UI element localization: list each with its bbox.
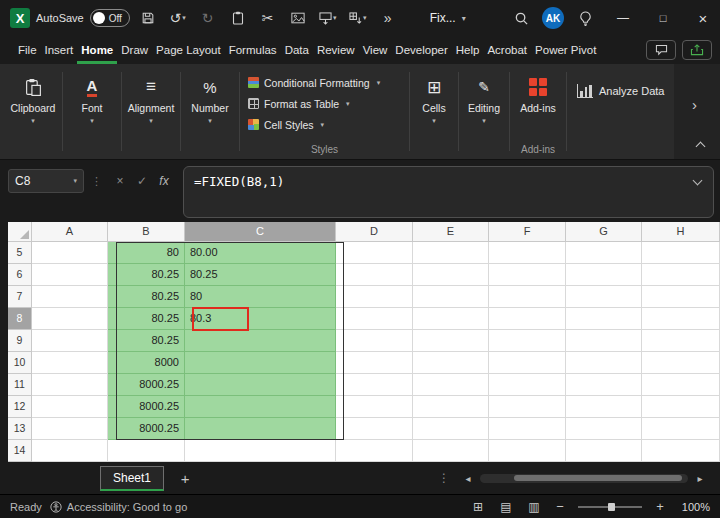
cell-B5[interactable]: 80 bbox=[108, 242, 185, 264]
ribbon-group-alignment[interactable]: ≡ Alignment ▾ bbox=[124, 64, 178, 159]
zoom-in-button[interactable]: + bbox=[652, 499, 668, 514]
cell-B10[interactable]: 8000 bbox=[108, 352, 185, 374]
column-header-A[interactable]: A bbox=[32, 222, 108, 242]
accessibility-status[interactable]: Accessibility: Good to go bbox=[50, 501, 187, 513]
column-header-F[interactable]: F bbox=[489, 222, 566, 242]
undo-button[interactable]: ↺▾ bbox=[166, 4, 190, 32]
cell-C6[interactable]: 80.25 bbox=[185, 264, 336, 286]
cell-D13[interactable] bbox=[336, 418, 413, 440]
paste-special-button[interactable]: ▾ bbox=[346, 4, 370, 32]
cancel-entry-button[interactable]: × bbox=[109, 169, 131, 193]
excel-logo-icon[interactable]: X bbox=[10, 8, 30, 28]
cell-A5[interactable] bbox=[32, 242, 108, 264]
formula-input[interactable]: =FIXED(B8,1) bbox=[183, 166, 714, 218]
view-normal-button[interactable]: ⊞ bbox=[468, 500, 488, 514]
cell-H11[interactable] bbox=[642, 374, 720, 396]
column-header-G[interactable]: G bbox=[566, 222, 642, 242]
row-header-10[interactable]: 10 bbox=[8, 352, 32, 374]
cell-C13[interactable] bbox=[185, 418, 336, 440]
document-title[interactable]: Fix... ▾ bbox=[422, 8, 474, 28]
horizontal-scrollbar[interactable] bbox=[480, 474, 688, 483]
cell-C7[interactable]: 80 bbox=[185, 286, 336, 308]
tab-acrobat[interactable]: Acrobat bbox=[483, 36, 531, 64]
cell-B14[interactable] bbox=[108, 440, 185, 462]
cell-G8[interactable] bbox=[566, 308, 642, 330]
cell-G10[interactable] bbox=[566, 352, 642, 374]
cell-A14[interactable] bbox=[32, 440, 108, 462]
picture-button[interactable] bbox=[286, 4, 310, 32]
tab-review[interactable]: Review bbox=[313, 36, 359, 64]
cell-G13[interactable] bbox=[566, 418, 642, 440]
cell-F13[interactable] bbox=[489, 418, 566, 440]
cell-E10[interactable] bbox=[413, 352, 489, 374]
cell-G11[interactable] bbox=[566, 374, 642, 396]
cell-C8-active[interactable]: 80.3 bbox=[185, 308, 336, 330]
cell-E6[interactable] bbox=[413, 264, 489, 286]
cell-A7[interactable] bbox=[32, 286, 108, 308]
cell-D7[interactable] bbox=[336, 286, 413, 308]
ribbon-group-cells[interactable]: ⊞ Cells ▾ bbox=[412, 64, 456, 159]
cell-styles-button[interactable]: Cell Styles ▾ bbox=[242, 114, 407, 135]
ribbon-group-clipboard[interactable]: Clipboard ▾ bbox=[6, 64, 60, 159]
comments-button[interactable] bbox=[646, 40, 676, 60]
tab-bar-splitter[interactable]: ⋮ bbox=[438, 471, 450, 485]
cell-H8[interactable] bbox=[642, 308, 720, 330]
cell-E14[interactable] bbox=[413, 440, 489, 462]
zoom-level[interactable]: 100% bbox=[676, 501, 710, 513]
cell-C9[interactable] bbox=[185, 330, 336, 352]
tab-help[interactable]: Help bbox=[452, 36, 484, 64]
cell-F5[interactable] bbox=[489, 242, 566, 264]
close-button[interactable]: × bbox=[686, 0, 720, 36]
cell-F9[interactable] bbox=[489, 330, 566, 352]
row-header-6[interactable]: 6 bbox=[8, 264, 32, 286]
save-button[interactable] bbox=[136, 4, 160, 32]
cell-F11[interactable] bbox=[489, 374, 566, 396]
expand-formula-bar-chevron-icon[interactable] bbox=[693, 176, 703, 186]
redo-button[interactable]: ↻ bbox=[196, 4, 220, 32]
column-header-E[interactable]: E bbox=[413, 222, 489, 242]
cell-C5[interactable]: 80.00 bbox=[185, 242, 336, 264]
cell-D6[interactable] bbox=[336, 264, 413, 286]
cell-A12[interactable] bbox=[32, 396, 108, 418]
row-header-12[interactable]: 12 bbox=[8, 396, 32, 418]
tab-page-layout[interactable]: Page Layout bbox=[152, 36, 225, 64]
cell-H5[interactable] bbox=[642, 242, 720, 264]
column-header-C[interactable]: C bbox=[185, 222, 336, 242]
avatar[interactable]: AK bbox=[542, 7, 564, 29]
format-as-table-button[interactable]: Format as Table ▾ bbox=[242, 93, 407, 114]
ribbon-more-button[interactable]: › bbox=[692, 96, 697, 113]
cell-D12[interactable] bbox=[336, 396, 413, 418]
cell-D11[interactable] bbox=[336, 374, 413, 396]
hscroll-left-button[interactable]: ◂ bbox=[460, 473, 476, 484]
tab-draw[interactable]: Draw bbox=[117, 36, 152, 64]
cell-C11[interactable] bbox=[185, 374, 336, 396]
cell-D8[interactable] bbox=[336, 308, 413, 330]
view-page-layout-button[interactable]: ▤ bbox=[496, 500, 516, 514]
qat-overflow-button[interactable]: » bbox=[376, 4, 400, 32]
cell-A10[interactable] bbox=[32, 352, 108, 374]
cut-button[interactable]: ✂ bbox=[256, 4, 280, 32]
column-header-D[interactable]: D bbox=[336, 222, 413, 242]
cell-B8[interactable]: 80.25 bbox=[108, 308, 185, 330]
cell-B11[interactable]: 8000.25 bbox=[108, 374, 185, 396]
column-header-B[interactable]: B bbox=[108, 222, 185, 242]
fill-down-button[interactable]: ▾ bbox=[316, 4, 340, 32]
cell-G12[interactable] bbox=[566, 396, 642, 418]
tab-developer[interactable]: Developer bbox=[391, 36, 451, 64]
row-header-13[interactable]: 13 bbox=[8, 418, 32, 440]
cell-B6[interactable]: 80.25 bbox=[108, 264, 185, 286]
cell-A13[interactable] bbox=[32, 418, 108, 440]
cell-E13[interactable] bbox=[413, 418, 489, 440]
cell-F14[interactable] bbox=[489, 440, 566, 462]
cell-E9[interactable] bbox=[413, 330, 489, 352]
cell-A9[interactable] bbox=[32, 330, 108, 352]
cell-A8[interactable] bbox=[32, 308, 108, 330]
cell-E7[interactable] bbox=[413, 286, 489, 308]
search-button[interactable] bbox=[506, 3, 536, 33]
cell-D10[interactable] bbox=[336, 352, 413, 374]
ribbon-group-number[interactable]: % Number ▾ bbox=[183, 64, 237, 159]
paste-button[interactable] bbox=[226, 4, 250, 32]
share-button[interactable] bbox=[682, 40, 712, 60]
name-box[interactable]: C8 ▾ bbox=[8, 169, 84, 193]
row-header-5[interactable]: 5 bbox=[8, 242, 32, 264]
